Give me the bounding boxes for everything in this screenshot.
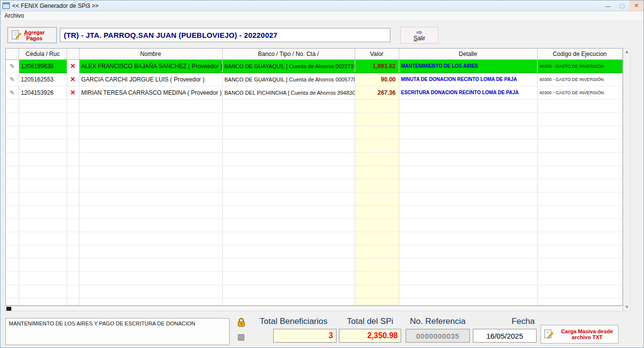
empty-cell [222, 112, 355, 126]
table-row-empty [6, 285, 622, 298]
lock-icon [237, 318, 246, 327]
fecha-value: 16/05/2025 [486, 332, 523, 340]
empty-cell [79, 152, 222, 165]
valor-cell: 90.00 [355, 73, 399, 86]
empty-cell [79, 298, 222, 306]
table-row-empty [6, 298, 622, 306]
empty-cell [19, 112, 67, 126]
col-header-nombre[interactable]: Nombre [79, 49, 222, 59]
table-row-empty [6, 232, 622, 245]
delete-row-icon[interactable]: ✕ [70, 76, 76, 83]
scroll-up-icon[interactable]: ▲ [625, 49, 629, 55]
menu-bar: Archivo [0, 11, 644, 21]
app-icon [2, 2, 10, 9]
add-payment-icon [11, 30, 22, 41]
table-row[interactable]: ✎1205162553✕GARCIA CARCHI JORGUE LUIS ( … [6, 73, 622, 86]
delete-row-cell[interactable]: ✕ [67, 59, 79, 73]
empty-cell [355, 99, 399, 112]
empty-cell [537, 112, 622, 126]
empty-cell [67, 152, 79, 165]
payments-table: Cédula / Ruc Nombre Banco / Tipo / No. C… [6, 49, 623, 306]
empty-cell [355, 232, 399, 245]
empty-cell [399, 126, 537, 139]
col-header-valor[interactable]: Valor [355, 49, 399, 59]
empty-cell [79, 192, 222, 205]
empty-cell [79, 205, 222, 218]
table-row[interactable]: ✎1204153926✕MIRIAN TERESA CARRASCO MEDIN… [6, 86, 622, 99]
total-beneficiarios-label: Total Beneficiarios [248, 317, 339, 326]
empty-cell [6, 112, 19, 126]
table-row[interactable]: ✎1206199638✕ALEX FRANCISCO BAJAÑA SANCHE… [6, 59, 622, 73]
scroll-down-icon[interactable]: ▼ [625, 304, 629, 311]
empty-cell [67, 271, 79, 285]
carga-masiva-button[interactable]: Carga Masiva desde archivo TXT [541, 325, 618, 344]
table-row-empty [6, 152, 622, 165]
empty-cell [222, 258, 355, 271]
batch-title-field[interactable]: (TR) - JTA. PARROQ.SAN JUAN (PUEBLOVIEJO… [60, 28, 390, 42]
total-spi-field[interactable]: 2,350.98 [339, 329, 401, 343]
empty-cell [222, 179, 355, 192]
row-selector-cell[interactable]: ✎ [6, 73, 19, 86]
empty-cell [19, 152, 67, 165]
maximize-button[interactable]: ▢ [615, 0, 629, 11]
empty-cell [6, 126, 19, 139]
empty-cell [355, 152, 399, 165]
empty-cell [537, 192, 622, 205]
empty-cell [67, 112, 79, 126]
empty-cell [6, 258, 19, 271]
table-row-empty [6, 258, 622, 271]
col-header-cedula[interactable]: Cédula / Ruc [19, 49, 67, 59]
empty-cell [67, 192, 79, 205]
vertical-scrollbar[interactable]: ▲ ▼ [623, 48, 631, 311]
salir-button[interactable]: ⇨ Salir [400, 27, 438, 44]
delete-row-icon[interactable]: ✕ [70, 89, 76, 96]
empty-cell [222, 192, 355, 205]
empty-cell [79, 258, 222, 271]
empty-cell [399, 192, 537, 205]
empty-cell [399, 99, 537, 112]
empty-cell [355, 165, 399, 179]
row-selector-cell[interactable]: ✎ [6, 59, 19, 73]
empty-cell [399, 205, 537, 218]
empty-cell [355, 258, 399, 271]
total-beneficiarios-field[interactable]: 3 [273, 329, 336, 343]
empty-cell [222, 298, 355, 306]
empty-cell [6, 139, 19, 152]
menu-archivo[interactable]: Archivo [0, 12, 28, 19]
empty-cell [79, 179, 222, 192]
grid-header-row: Cédula / Ruc Nombre Banco / Tipo / No. C… [6, 49, 622, 59]
fecha-field[interactable]: 16/05/2025 [473, 329, 537, 343]
window-controls: — ▢ ✕ [601, 0, 644, 11]
close-button[interactable]: ✕ [629, 0, 644, 11]
empty-cell [537, 285, 622, 298]
table-row-empty [6, 192, 622, 205]
horizontal-scrollbar[interactable] [5, 306, 623, 311]
empty-cell [222, 165, 355, 179]
table-row-empty [6, 218, 622, 232]
table-row-empty [6, 126, 622, 139]
empty-cell [6, 179, 19, 192]
row-selector-cell[interactable]: ✎ [6, 86, 19, 99]
empty-cell [67, 245, 79, 258]
delete-row-icon[interactable]: ✕ [70, 62, 76, 70]
empty-cell [6, 205, 19, 218]
col-header-detalle[interactable]: Detalle [399, 49, 537, 59]
empty-cell [355, 245, 399, 258]
agregar-label-line2: Pagos [24, 35, 45, 41]
horizontal-scroll-thumb[interactable] [6, 307, 11, 311]
table-row-empty [6, 99, 622, 112]
empty-cell [537, 271, 622, 285]
empty-cell [6, 218, 19, 232]
status-square [238, 334, 244, 341]
nombre-cell: ALEX FRANCISCO BAJAÑA SANCHEZ ( Proveedo… [79, 59, 222, 73]
codigo-cell: 40300 - GASTO DE INVERSIÓN [537, 86, 622, 99]
delete-row-cell[interactable]: ✕ [67, 73, 79, 86]
col-header-banco[interactable]: Banco / Tipo / No. Cta / [222, 49, 355, 59]
col-header-codigo[interactable]: Codigo de Ejecucion [537, 49, 622, 59]
agregar-pagos-button[interactable]: Agregar Pagos [7, 27, 57, 43]
empty-cell [222, 271, 355, 285]
delete-row-cell[interactable]: ✕ [67, 86, 79, 99]
minimize-button[interactable]: — [601, 0, 615, 11]
description-box[interactable]: MANTENIMIENTO DE LOS AIRES Y PAGO DE ESC… [5, 318, 230, 345]
empty-cell [355, 139, 399, 152]
